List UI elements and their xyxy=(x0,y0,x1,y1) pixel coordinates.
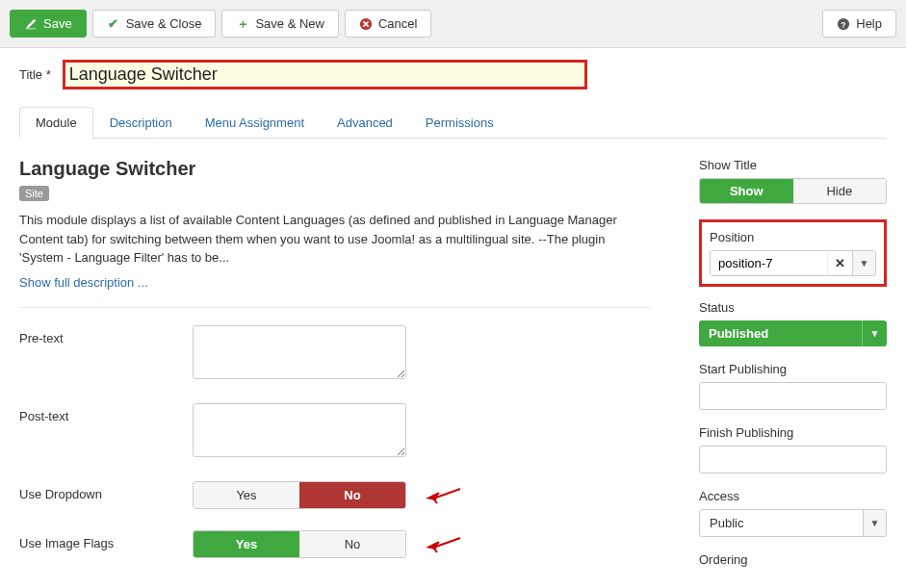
edit-icon xyxy=(24,17,38,31)
post-text-label: Post-text xyxy=(19,403,193,423)
finish-publishing-label: Finish Publishing xyxy=(699,425,887,440)
use-image-flags-yes[interactable]: Yes xyxy=(194,531,299,557)
tab-advanced[interactable]: Advanced xyxy=(321,107,409,139)
plus-icon: ＋ xyxy=(236,17,249,31)
access-dropdown[interactable]: Public ▼ xyxy=(699,509,887,537)
use-image-flags-toggle: Yes No xyxy=(193,530,406,558)
help-icon: ? xyxy=(837,17,850,31)
use-image-flags-label: Use Image Flags xyxy=(19,530,193,550)
status-label: Status xyxy=(699,300,887,315)
svg-text:?: ? xyxy=(841,19,846,29)
use-dropdown-toggle: Yes No xyxy=(193,481,406,509)
position-label: Position xyxy=(710,230,876,244)
title-input[interactable] xyxy=(69,64,581,85)
help-button[interactable]: ? Help xyxy=(822,10,896,38)
use-dropdown-label: Use Dropdown xyxy=(19,481,193,501)
show-title-hide[interactable]: Hide xyxy=(793,179,887,203)
access-label: Access xyxy=(699,489,887,503)
status-value: Published xyxy=(699,320,862,346)
position-clear-button[interactable]: ✕ xyxy=(827,251,852,275)
check-icon: ✔ xyxy=(107,17,120,31)
position-dropdown-button[interactable]: ▼ xyxy=(852,251,875,275)
tab-module[interactable]: Module xyxy=(19,107,93,139)
arrow-icon xyxy=(424,534,462,556)
save-new-button[interactable]: ＋ Save & New xyxy=(221,10,339,38)
access-value: Public xyxy=(700,510,863,536)
status-dropdown[interactable]: Published ▼ xyxy=(699,320,887,346)
save-button[interactable]: Save xyxy=(10,10,87,38)
save-new-label: Save & New xyxy=(255,16,324,31)
title-input-highlight xyxy=(63,60,587,89)
main-column: Language Switcher Site This module displ… xyxy=(19,158,651,579)
module-heading: Language Switcher xyxy=(19,158,651,180)
save-close-label: Save & Close xyxy=(126,16,202,31)
chevron-down-icon: ▼ xyxy=(862,320,887,346)
show-title-show[interactable]: Show xyxy=(700,179,793,203)
chevron-down-icon: ▼ xyxy=(860,258,869,268)
title-row: Title * xyxy=(19,60,887,89)
use-dropdown-no[interactable]: No xyxy=(299,482,405,508)
arrow-icon xyxy=(424,485,462,507)
finish-publishing-input[interactable] xyxy=(699,446,887,473)
toolbar: Save ✔ Save & Close ＋ Save & New Cancel … xyxy=(0,0,906,48)
chevron-down-icon: ▼ xyxy=(863,510,886,536)
pre-text-label: Pre-text xyxy=(19,325,193,345)
cancel-button[interactable]: Cancel xyxy=(345,10,431,38)
side-column: Show Title Show Hide Position ✕ ▼ Status xyxy=(699,158,887,579)
save-label: Save xyxy=(43,16,72,31)
close-icon: ✕ xyxy=(835,256,845,270)
tab-menu-assignment[interactable]: Menu Assignment xyxy=(189,107,321,139)
use-dropdown-yes[interactable]: Yes xyxy=(194,482,299,508)
show-title-label: Show Title xyxy=(699,158,887,172)
ordering-label: Ordering xyxy=(699,552,887,567)
show-full-description-link[interactable]: Show full description ... xyxy=(19,275,148,290)
start-publishing-label: Start Publishing xyxy=(699,362,887,376)
save-close-button[interactable]: ✔ Save & Close xyxy=(92,10,217,38)
post-text-input[interactable] xyxy=(193,403,406,457)
pre-text-input[interactable] xyxy=(193,325,406,379)
tab-permissions[interactable]: Permissions xyxy=(409,107,510,139)
position-input[interactable] xyxy=(711,251,827,275)
title-label: Title * xyxy=(19,67,51,82)
position-highlight: Position ✕ ▼ xyxy=(699,219,887,287)
cancel-icon xyxy=(359,17,373,31)
help-label: Help xyxy=(856,16,882,31)
use-image-flags-no[interactable]: No xyxy=(299,531,405,557)
tab-description[interactable]: Description xyxy=(93,107,189,139)
tabs: Module Description Menu Assignment Advan… xyxy=(19,107,887,139)
cancel-label: Cancel xyxy=(378,16,417,31)
start-publishing-input[interactable] xyxy=(699,382,887,410)
module-description: This module displays a list of available… xyxy=(19,211,651,268)
show-title-toggle: Show Hide xyxy=(699,178,887,204)
site-badge: Site xyxy=(19,186,49,201)
